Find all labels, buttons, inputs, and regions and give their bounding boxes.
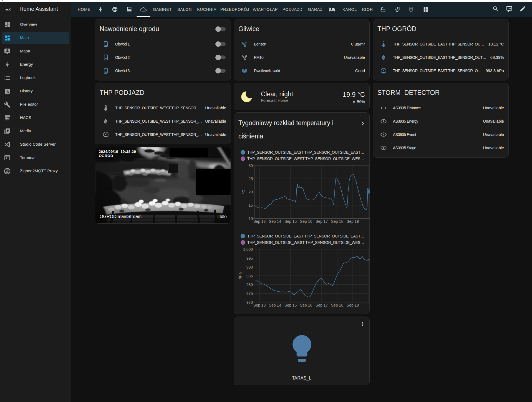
svg-text:Sep 17: Sep 17	[316, 303, 328, 307]
svg-text:Sep 19: Sep 19	[347, 219, 359, 224]
svg-text:30: 30	[248, 163, 253, 168]
svg-text:Sep 18: Sep 18	[331, 303, 344, 307]
svg-text:Sep 14: Sep 14	[269, 219, 281, 224]
svg-text:995: 995	[246, 256, 253, 261]
svg-text:975: 975	[246, 291, 253, 296]
svg-text:Sep 16: Sep 16	[300, 303, 312, 307]
svg-text:Sep 13: Sep 13	[253, 303, 266, 307]
svg-text:15: 15	[248, 203, 253, 208]
svg-text:HACS: HACS	[5, 119, 9, 121]
svg-text:990: 990	[246, 265, 253, 269]
svg-text:Sep 15: Sep 15	[284, 219, 297, 224]
svg-text:20: 20	[248, 190, 253, 194]
svg-text:Sep 16: Sep 16	[300, 219, 312, 224]
svg-text:°C: °C	[241, 190, 246, 194]
svg-text:Sep 19: Sep 19	[347, 303, 359, 307]
svg-text:hPa: hPa	[238, 272, 242, 279]
svg-text:Sep 17: Sep 17	[316, 219, 328, 224]
svg-text:Sep 14: Sep 14	[269, 303, 281, 307]
svg-text:Sep 15: Sep 15	[284, 303, 297, 307]
svg-text:985: 985	[246, 274, 253, 278]
svg-text:25: 25	[248, 176, 253, 181]
svg-text:10: 10	[248, 216, 253, 221]
svg-text:980: 980	[246, 282, 253, 287]
svg-text:1,000: 1,000	[243, 247, 253, 252]
svg-text:970: 970	[246, 300, 253, 305]
svg-text:Sep 13: Sep 13	[253, 219, 266, 224]
svg-text:Sep 18: Sep 18	[331, 219, 344, 224]
